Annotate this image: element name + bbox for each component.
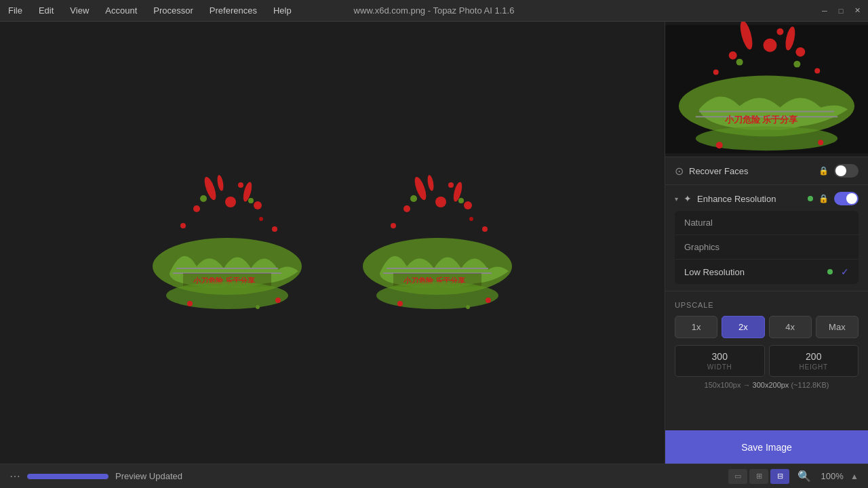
svg-point-44 bbox=[764, 39, 777, 52]
svg-point-49 bbox=[776, 28, 783, 35]
enhance-icon: ✦ bbox=[684, 193, 692, 204]
mode-options: Natural Graphics Low Resolution ✓ bbox=[675, 211, 859, 284]
mode-low-resolution-right: ✓ bbox=[827, 266, 849, 277]
size-original: 150x100px bbox=[705, 381, 741, 389]
svg-point-8 bbox=[272, 226, 277, 232]
size-info: 150x100px → 300x200px (~112.8KB) bbox=[675, 381, 859, 389]
image-pair: 小刀危险 乐于分享 bbox=[142, 168, 522, 317]
menu-account[interactable]: Account bbox=[102, 4, 140, 17]
window-controls: ─ □ ✕ bbox=[819, 5, 863, 16]
height-box: 200 HEIGHT bbox=[769, 345, 859, 377]
menu-file[interactable]: File bbox=[5, 4, 25, 17]
svg-point-31 bbox=[469, 217, 473, 221]
mode-graphics[interactable]: Graphics bbox=[675, 235, 859, 260]
dimension-row: 300 WIDTH 200 HEIGHT bbox=[675, 345, 859, 377]
upscale-max-button[interactable]: Max bbox=[816, 316, 859, 338]
view-split-button[interactable]: ⊞ bbox=[749, 469, 768, 484]
svg-point-29 bbox=[482, 226, 488, 232]
svg-point-7 bbox=[216, 174, 224, 191]
svg-point-40 bbox=[486, 298, 491, 303]
recover-faces-toggle[interactable] bbox=[834, 164, 859, 178]
svg-point-9 bbox=[180, 223, 186, 228]
recover-faces-row: ⊙ Recover Faces 🔒 bbox=[665, 157, 868, 185]
width-label: WIDTH bbox=[681, 363, 759, 371]
toggle-knob-enhance bbox=[846, 193, 857, 204]
close-button[interactable]: ✕ bbox=[852, 5, 863, 16]
menu-processor[interactable]: Processor bbox=[151, 4, 196, 17]
size-arrow: → bbox=[743, 381, 752, 389]
svg-point-6 bbox=[238, 182, 243, 188]
svg-point-10 bbox=[259, 217, 263, 221]
svg-point-32 bbox=[410, 195, 417, 202]
view-compare-button[interactable]: ⊟ bbox=[770, 469, 789, 484]
upscale-label: UPSCALE bbox=[675, 301, 859, 309]
size-filesize: (~112.8KB) bbox=[791, 381, 829, 389]
svg-point-59 bbox=[818, 140, 823, 145]
titlebar: File Edit View Account Processor Prefere… bbox=[0, 0, 868, 22]
height-label: HEIGHT bbox=[775, 363, 853, 371]
svg-point-48 bbox=[795, 47, 805, 57]
svg-point-11 bbox=[200, 195, 207, 202]
menu-edit[interactable]: Edit bbox=[36, 4, 56, 17]
zoom-value-label: 100% bbox=[819, 471, 845, 481]
svg-point-30 bbox=[391, 223, 396, 228]
width-box: 300 WIDTH bbox=[675, 345, 765, 377]
enhance-resolution-toggle[interactable] bbox=[834, 192, 859, 205]
enhance-resolution-label: Enhance Resolution bbox=[697, 194, 802, 204]
size-new: 300x200px bbox=[753, 381, 789, 389]
save-image-button[interactable]: Save Image bbox=[665, 430, 868, 464]
svg-point-28 bbox=[427, 174, 435, 191]
upscale-4x-button[interactable]: 4x bbox=[769, 316, 812, 338]
svg-text:小刀危险  乐于分享: 小刀危险 乐于分享 bbox=[724, 115, 798, 125]
view-single-button[interactable]: ▭ bbox=[728, 469, 747, 484]
upscale-2x-button[interactable]: 2x bbox=[722, 316, 764, 338]
lock-icon: 🔒 bbox=[818, 166, 829, 176]
options-icon[interactable]: ⋯ bbox=[9, 470, 20, 483]
progress-bar-fill bbox=[27, 474, 108, 479]
active-mode-dot bbox=[827, 269, 833, 274]
upscale-section: UPSCALE 1x 2x 4x Max 300 WIDTH 200 HEIGH… bbox=[665, 291, 868, 396]
chevron-down-icon[interactable]: ▾ bbox=[675, 195, 678, 203]
width-value: 300 bbox=[681, 351, 759, 362]
bottom-right-controls: ▭ ⊞ ⊟ 🔍 100% ▲ bbox=[728, 469, 859, 484]
mode-low-resolution[interactable]: Low Resolution ✓ bbox=[675, 260, 859, 284]
right-panel: 小刀危险 乐于分享 ⊙ Recover Faces 🔒 ▾ ✦ Enhance … bbox=[665, 22, 868, 464]
lock-icon-enhance: 🔒 bbox=[818, 194, 829, 203]
check-icon: ✓ bbox=[841, 266, 849, 277]
preview-status-label: Preview Updated bbox=[115, 471, 182, 481]
svg-point-38 bbox=[376, 282, 498, 309]
progress-bar bbox=[27, 474, 108, 479]
toggle-knob bbox=[835, 165, 846, 176]
zoom-up-icon[interactable]: ▲ bbox=[850, 472, 859, 481]
menu-preferences[interactable]: Preferences bbox=[207, 4, 260, 17]
svg-point-20 bbox=[256, 305, 260, 309]
svg-point-39 bbox=[397, 301, 403, 306]
minimize-button[interactable]: ─ bbox=[819, 5, 830, 16]
svg-point-4 bbox=[193, 205, 200, 212]
svg-point-5 bbox=[254, 201, 262, 209]
svg-point-47 bbox=[729, 52, 737, 60]
svg-point-51 bbox=[793, 61, 800, 68]
recover-faces-label: Recover Faces bbox=[689, 166, 813, 176]
svg-point-58 bbox=[716, 142, 723, 148]
enhance-resolution-header: ▾ ✦ Enhance Resolution 🔒 bbox=[675, 192, 859, 205]
svg-point-17 bbox=[166, 282, 288, 309]
svg-point-53 bbox=[713, 70, 719, 75]
enhanced-image: 小刀危险 乐于分享 bbox=[353, 168, 522, 317]
svg-point-50 bbox=[736, 59, 743, 66]
svg-point-27 bbox=[448, 182, 454, 188]
recover-faces-icon: ⊙ bbox=[675, 165, 684, 178]
menu-help[interactable]: Help bbox=[271, 4, 294, 17]
svg-point-33 bbox=[458, 198, 464, 203]
status-dot-active bbox=[808, 196, 813, 201]
mode-natural[interactable]: Natural bbox=[675, 211, 859, 235]
canvas-area: 小刀危险 乐于分享 bbox=[0, 22, 665, 464]
height-value: 200 bbox=[775, 351, 853, 362]
original-image: 小刀危险 乐于分享 bbox=[142, 168, 312, 317]
menu-view[interactable]: View bbox=[67, 4, 92, 17]
upscale-1x-button[interactable]: 1x bbox=[675, 316, 717, 338]
enhance-resolution-section: ▾ ✦ Enhance Resolution 🔒 Natural Graphic… bbox=[665, 185, 868, 291]
svg-point-52 bbox=[814, 68, 820, 74]
zoom-out-icon[interactable]: 🔍 bbox=[795, 470, 814, 483]
maximize-button[interactable]: □ bbox=[835, 5, 846, 16]
